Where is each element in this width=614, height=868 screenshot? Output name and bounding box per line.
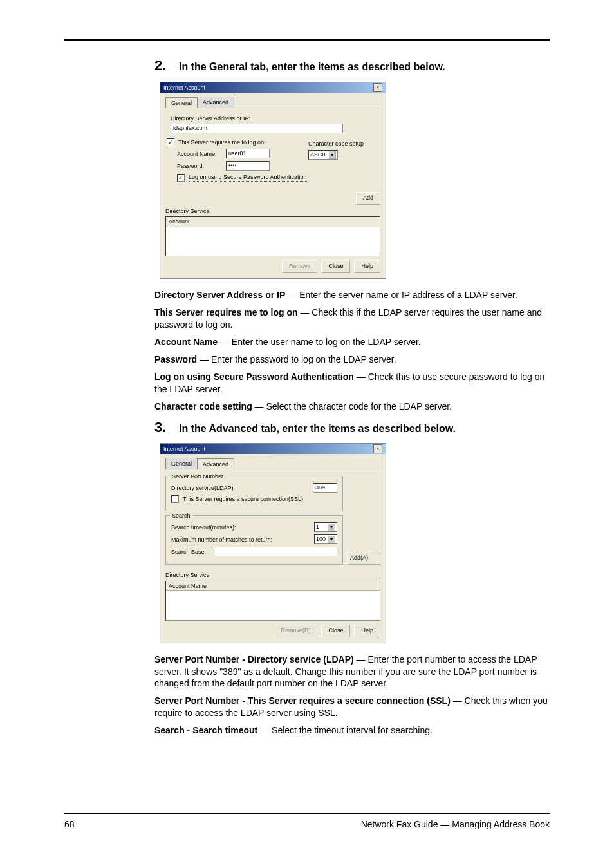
secure-auth-label: Log on using Secure Password Authenticat… — [189, 173, 307, 182]
desc2-t5: Log on using Secure Password Authenticat… — [154, 372, 354, 382]
tab-advanced[interactable]: Advanced — [197, 97, 234, 108]
dir-server-input[interactable]: ldap.ifax.com — [171, 124, 343, 133]
desc2-d4: — Enter the password to log on the LDAP … — [197, 354, 396, 364]
dialog1-titlebar: Internet Account × — [160, 82, 386, 93]
desc2-t2: This Server requires me to log on — [154, 307, 298, 317]
footer-text: Network Fax Guide — Managing Address Boo… — [361, 819, 550, 829]
top-rule — [64, 39, 550, 41]
chevron-down-icon: ▼ — [328, 151, 336, 159]
desc2-d1: — Enter the server name or IP address of… — [285, 290, 517, 300]
port-label: Directory service(LDAP): — [171, 484, 309, 492]
remove-button: Remove(R) — [274, 625, 317, 637]
close-icon[interactable]: × — [373, 83, 382, 92]
add-button[interactable]: Add — [356, 192, 380, 205]
group-port-label: Server Port Number — [170, 473, 225, 480]
main-content: 2. In the General tab, enter the items a… — [154, 56, 550, 737]
step-2-heading: 2. In the General tab, enter the items a… — [154, 56, 550, 75]
char-code-label: Character code setup — [308, 140, 379, 147]
secure-auth-checkbox[interactable]: ✓ — [177, 174, 185, 182]
timeout-select[interactable]: 1 ▼ — [314, 522, 337, 532]
account-name-label: Account Name: — [177, 150, 222, 158]
desc2-t4: Password — [154, 354, 197, 364]
password-label: Password: — [177, 162, 222, 170]
desc2-t3: Account Name — [154, 337, 218, 347]
ds-label: Directory Service — [165, 207, 380, 215]
list-header: Account Name — [166, 581, 380, 591]
internet-account-dialog-general: Internet Account × General Advanced Dire… — [160, 82, 386, 279]
chevron-down-icon: ▼ — [328, 523, 335, 531]
port-input[interactable]: 389 — [313, 483, 337, 493]
step-3-heading: 3. In the Advanced tab, enter the items … — [154, 418, 550, 437]
page-number: 68 — [64, 819, 75, 829]
base-input[interactable] — [214, 547, 337, 556]
ssl-checkbox[interactable] — [171, 495, 179, 503]
dialog1-title: Internet Account — [163, 82, 205, 93]
desc2-d3: — Enter the user name to log on the LDAP… — [218, 337, 421, 347]
tab-advanced[interactable]: Advanced — [197, 458, 234, 469]
page-footer: 68 Network Fax Guide — Managing Address … — [64, 813, 550, 829]
chevron-down-icon: ▼ — [328, 535, 335, 543]
list-header: Account — [166, 217, 380, 227]
close-button[interactable]: Close — [321, 260, 350, 273]
requires-logon-label: This Server requires me to log on: — [178, 138, 266, 146]
ds-label: Directory Service — [165, 571, 380, 579]
step-2-text: In the General tab, enter the items as d… — [179, 60, 445, 74]
desc2-t6: Character code setting — [154, 401, 252, 411]
desc3-t3: Search - Search timeout — [154, 725, 257, 735]
internet-account-dialog-advanced: Internet Account × General Advanced Serv… — [160, 443, 386, 643]
password-input[interactable]: •••• — [226, 161, 270, 171]
step-3-descriptions: Server Port Number - Directory service (… — [154, 654, 550, 737]
dir-server-label: Directory Server Address or IP: — [171, 115, 379, 122]
step-3-text: In the Advanced tab, enter the items as … — [179, 422, 456, 436]
directory-service-list[interactable]: Account Name — [165, 581, 380, 621]
requires-logon-checkbox[interactable]: ✓ — [167, 138, 174, 146]
step-3-number: 3. — [154, 418, 171, 437]
char-code-select[interactable]: ASCII ▼ — [308, 150, 338, 160]
dialog2-tabs: General Advanced — [165, 458, 380, 469]
desc3-d3: — Select the timeout interval for search… — [257, 725, 433, 735]
desc3-t2: Server Port Number - This Server require… — [154, 695, 451, 706]
close-button[interactable]: Close — [321, 625, 350, 637]
dialog2-title: Internet Account — [163, 444, 205, 454]
account-name-input[interactable]: user01 — [226, 149, 270, 158]
dialog2-titlebar: Internet Account × — [160, 444, 386, 454]
tab-general[interactable]: General — [165, 97, 198, 108]
desc2-d6: — Select the character code for the LDAP… — [252, 401, 452, 411]
step-2-descriptions: Directory Server Address or IP — Enter t… — [154, 289, 550, 412]
help-button[interactable]: Help — [354, 260, 380, 273]
step-2-number: 2. — [154, 56, 171, 75]
close-icon[interactable]: × — [373, 444, 382, 453]
desc2-t1: Directory Server Address or IP — [154, 290, 285, 300]
directory-service-list[interactable]: Account — [165, 216, 380, 256]
timeout-label: Search timeout(minutes): — [171, 524, 310, 531]
ssl-label: This Server requires a secure connection… — [183, 495, 303, 503]
help-button[interactable]: Help — [354, 625, 380, 637]
group-search-label: Search — [170, 512, 192, 520]
dialog1-tabs: General Advanced — [165, 97, 380, 108]
max-label: Maximum number of matches to return: — [171, 536, 310, 543]
max-select[interactable]: 100 ▼ — [314, 534, 337, 544]
base-label: Search Base: — [171, 548, 210, 556]
tab-general[interactable]: General — [165, 458, 198, 469]
add-button[interactable]: Add(A) — [347, 552, 380, 565]
desc3-t1: Server Port Number - Directory service (… — [154, 654, 354, 665]
remove-button: Remove — [282, 260, 318, 273]
